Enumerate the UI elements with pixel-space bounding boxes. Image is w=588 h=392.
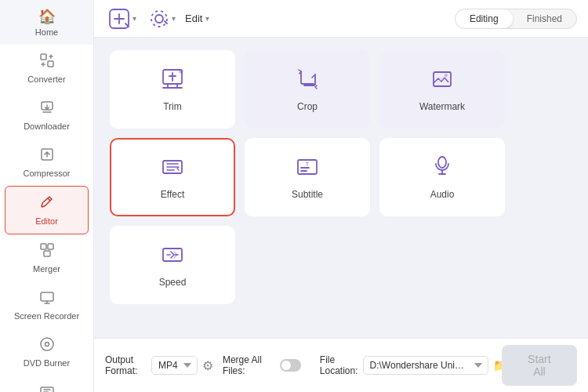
subtitle-label: Subtitle [292,189,323,200]
trim-icon [160,67,185,95]
main-area: ▾ ▾ Edit ▾ Editing Finished [94,0,588,392]
add-media-button[interactable]: ▾ [105,6,140,31]
editing-grid: Trim Crop [94,38,588,338]
tab-group: Editing Finished [455,9,577,29]
edit-dropdown[interactable]: Edit ▾ [185,13,209,24]
tab-finished[interactable]: Finished [513,9,576,28]
svg-rect-16 [434,72,451,86]
svg-point-13 [151,11,167,27]
sidebar-item-merger[interactable]: Merger [0,234,93,281]
sidebar-item-label: Compressor [24,169,71,178]
trim-label: Trim [163,101,182,112]
subtitle-card[interactable]: T Subtitle [245,138,370,216]
svg-rect-4 [41,244,46,249]
svg-point-17 [445,74,448,77]
output-format-field: Output Format: MP4 ⚙ [105,354,213,376]
output-format-select[interactable]: MP4 [151,356,198,375]
watermark-card[interactable]: Watermark [379,50,505,129]
svg-rect-0 [41,54,46,60]
sidebar-item-converter[interactable]: Converter [0,45,93,92]
output-format-label: Output Format: [105,354,147,376]
effect-icon [160,154,185,183]
sidebar-item-downloader[interactable]: Downloader [0,92,93,139]
sidebar-item-label: Screen Recorder [14,311,79,321]
watermark-label: Watermark [419,101,465,112]
downloader-icon [39,100,55,119]
file-location-select[interactable]: D:\Wondershare UniConverter [363,356,488,375]
sidebar-item-label: Downloader [24,122,70,131]
sidebar-item-screen-recorder[interactable]: Screen Recorder [0,281,93,328]
trim-card[interactable]: Trim [110,50,235,129]
crop-card[interactable]: Crop [245,50,370,129]
svg-point-8 [41,338,53,350]
sidebar-item-label: Editor [35,216,58,226]
sidebar-item-home[interactable]: 🏠 Home [0,0,93,45]
sidebar-item-dvd-burner[interactable]: DVD Burner [0,328,93,376]
grid-row-3: Speed [110,226,572,304]
editor-icon [39,194,55,214]
svg-rect-1 [48,61,53,67]
effect-card[interactable]: Effect [110,138,235,216]
sidebar-item-label: Home [35,27,58,37]
sidebar-item-label: Merger [33,264,60,274]
bottom-bar: Output Format: MP4 ⚙ Merge All Files: Fi… [94,338,588,392]
speed-card[interactable]: Speed [110,226,235,304]
audio-label: Audio [430,189,455,200]
compressor-icon [39,147,55,166]
edit-label: Edit [185,13,202,24]
svg-text:T: T [306,162,310,167]
grid-row-2: Effect T Subtitle [110,138,572,216]
file-location-label: File Location: [320,354,358,376]
home-icon: 🏠 [38,8,56,25]
merge-all-field: Merge All Files: [223,354,301,376]
crop-label: Crop [297,101,318,112]
sidebar: 🏠 Home Converter Downloader Compressor E… [0,0,94,392]
start-all-button[interactable]: Start All [502,345,577,386]
subtitle-icon: T [295,154,320,183]
file-location-field: File Location: D:\Wondershare UniConvert… [320,354,492,376]
sidebar-item-compressor[interactable]: Compressor [0,139,93,186]
sidebar-item-label: DVD Burner [24,358,70,368]
sidebar-item-label: Converter [27,74,65,84]
svg-rect-22 [163,249,182,261]
svg-rect-5 [48,244,53,249]
edit-dropdown-arrow: ▾ [205,14,209,23]
merge-toggle-switch[interactable] [280,359,300,372]
output-settings-icon[interactable]: ⚙ [202,358,213,373]
svg-point-9 [45,343,49,347]
svg-point-12 [155,15,163,23]
add-media-arrow: ▾ [132,14,136,23]
watermark-icon [430,67,455,95]
sidebar-item-tools[interactable]: Tools [0,376,93,392]
converter-icon [39,53,55,72]
speed-label: Speed [159,277,187,288]
audio-icon [430,154,455,183]
svg-point-15 [180,70,183,74]
settings-arrow: ▾ [172,14,176,23]
tools-icon [39,383,55,392]
effect-label: Effect [161,189,184,200]
screen-recorder-icon [39,289,55,309]
svg-point-21 [438,157,446,168]
dvd-burner-icon [39,336,55,356]
settings-button[interactable]: ▾ [146,7,179,31]
merge-all-label: Merge All Files: [223,354,276,376]
grid-row-1: Trim Crop [110,50,572,129]
svg-rect-7 [41,292,53,301]
merger-icon [39,242,55,262]
crop-icon [295,67,320,95]
tab-editing[interactable]: Editing [456,9,513,28]
speed-icon [160,242,185,270]
sidebar-item-editor[interactable]: Editor [5,186,89,234]
audio-card[interactable]: Audio [379,138,505,216]
svg-rect-6 [44,251,50,256]
toolbar: ▾ ▾ Edit ▾ Editing Finished [94,0,588,38]
